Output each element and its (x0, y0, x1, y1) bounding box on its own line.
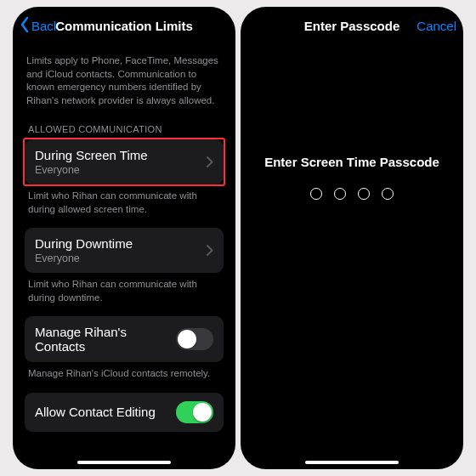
passcode-dot (382, 188, 394, 200)
screen-enter-passcode: Enter Passcode Cancel Enter Screen Time … (241, 7, 463, 469)
intro-text: Limits apply to Phone, FaceTime, Message… (25, 49, 224, 107)
row-manage-contacts[interactable]: Manage Rihan's Contacts (25, 316, 224, 362)
chevron-left-icon (18, 16, 31, 36)
toggle-manage-contacts[interactable] (176, 328, 213, 350)
row-during-screen-time[interactable]: During Screen Time Everyone (25, 139, 224, 184)
toggle-allow-contact-editing[interactable] (176, 401, 213, 423)
chevron-right-icon (207, 245, 213, 256)
row-footer: Limit who Rihan can communicate with dur… (25, 273, 224, 304)
nav-bar: Enter Passcode Cancel (241, 7, 463, 44)
row-during-downtime[interactable]: During Downtime Everyone (25, 228, 224, 273)
row-title: Manage Rihan's Contacts (35, 325, 176, 354)
row-subtitle: Everyone (35, 164, 148, 176)
row-footer: Limit who Rihan can communicate with dur… (25, 184, 224, 216)
row-footer: Manage Rihan's iCloud contacts remotely. (25, 362, 224, 381)
home-indicator[interactable] (305, 461, 399, 464)
cancel-button[interactable]: Cancel (416, 19, 456, 33)
chevron-right-icon (207, 156, 213, 167)
section-header: ALLOWED COMMUNICATION (25, 107, 224, 139)
content: Limits apply to Phone, FaceTime, Message… (13, 44, 235, 432)
back-label: Back (31, 19, 60, 33)
row-allow-contact-editing[interactable]: Allow Contact Editing (25, 393, 224, 432)
passcode-area: Enter Screen Time Passcode (241, 44, 463, 200)
passcode-dot (334, 188, 346, 200)
nav-bar: Back Communication Limits (13, 7, 235, 44)
row-title: During Screen Time (35, 148, 148, 162)
passcode-dots[interactable] (310, 188, 394, 200)
passcode-dot (310, 188, 322, 200)
passcode-prompt: Enter Screen Time Passcode (264, 155, 439, 169)
annotation-highlight: During Screen Time Everyone (23, 138, 225, 186)
row-subtitle: Everyone (35, 252, 133, 264)
row-title: During Downtime (35, 236, 133, 251)
screen-communication-limits: Back Communication Limits Limits apply t… (13, 7, 235, 469)
row-title: Allow Contact Editing (35, 405, 156, 419)
passcode-dot (358, 188, 370, 200)
back-button[interactable]: Back (18, 16, 60, 36)
home-indicator[interactable] (77, 461, 171, 464)
